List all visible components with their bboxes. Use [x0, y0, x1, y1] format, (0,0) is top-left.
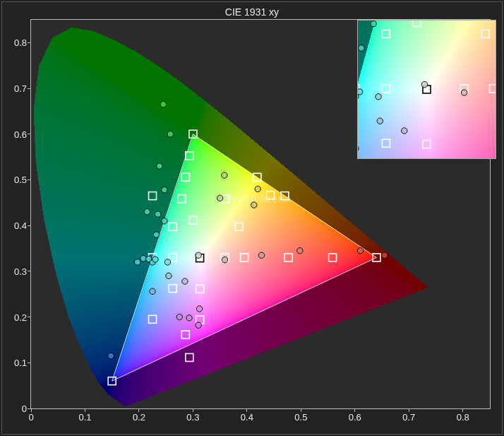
target-marker [267, 192, 275, 199]
measured-marker [140, 256, 146, 261]
measured-marker [222, 257, 227, 263]
target-marker [178, 195, 186, 203]
measured-marker [153, 232, 159, 237]
measured-marker [160, 102, 166, 107]
target-marker [481, 30, 489, 37]
measured-marker [157, 163, 162, 169]
measured-marker [358, 146, 359, 151]
measured-marker [255, 186, 260, 192]
y-tick: 0.1 [14, 358, 27, 368]
x-tick: 0.5 [294, 412, 307, 423]
target-marker [149, 192, 157, 200]
y-tick: 0.5 [14, 175, 27, 185]
inset-zoom [357, 20, 496, 159]
target-marker [241, 254, 248, 261]
target-marker [382, 139, 390, 147]
target-marker [149, 315, 157, 323]
inset-overlay [358, 20, 496, 158]
x-tick: 0.7 [402, 412, 415, 423]
x-tick: 0 [28, 412, 33, 423]
y-tick: 0.7 [14, 83, 27, 94]
measured-marker [155, 211, 161, 217]
y-tick: 0.4 [14, 220, 27, 231]
y-tick: 0.2 [14, 312, 27, 322]
measured-marker [182, 278, 188, 284]
target-marker [196, 285, 204, 293]
measured-marker [251, 202, 257, 208]
measured-marker [162, 187, 167, 193]
x-tick: 0.8 [457, 412, 469, 423]
y-tick: 0 [22, 403, 27, 414]
target-marker [181, 331, 189, 338]
measured-marker [377, 118, 383, 124]
target-marker [382, 30, 390, 37]
x-tick: 0.4 [241, 412, 253, 423]
target-marker [413, 20, 421, 26]
target-marker [329, 254, 337, 261]
measured-marker [222, 172, 227, 178]
measured-marker [196, 252, 201, 258]
measured-marker [166, 273, 172, 278]
target-marker [181, 173, 189, 181]
measured-marker [358, 89, 363, 95]
measured-marker [146, 256, 152, 261]
measured-marker [176, 314, 182, 319]
measured-marker [297, 248, 303, 254]
measured-marker [402, 128, 407, 134]
measured-marker [108, 353, 114, 358]
target-marker [489, 85, 496, 93]
target-marker [186, 353, 193, 361]
measured-marker [152, 257, 158, 262]
measured-marker [144, 209, 150, 215]
target-marker [235, 223, 243, 230]
measured-marker [162, 218, 167, 224]
measured-marker [258, 252, 264, 258]
measured-marker [150, 288, 155, 294]
x-tick: 0.1 [78, 412, 91, 423]
measured-marker [359, 45, 364, 51]
measured-marker [186, 315, 192, 321]
target-marker [423, 141, 431, 148]
measured-marker [196, 322, 201, 328]
measured-marker [134, 259, 140, 265]
measured-marker [164, 259, 170, 265]
measured-marker [461, 90, 467, 95]
measured-marker [371, 20, 376, 26]
measured-marker [357, 248, 363, 254]
chart-frame: CIE 1931 xy Phone Arena 00.10.20.30.40.5… [1, 1, 503, 435]
target-marker [169, 285, 176, 293]
target-marker [169, 223, 176, 230]
measured-marker [217, 195, 222, 201]
measured-marker [196, 306, 202, 312]
y-tick: 0.8 [14, 37, 27, 48]
x-tick: 0.2 [133, 412, 145, 423]
target-marker [189, 216, 197, 224]
chart-title: CIE 1931 xy [2, 6, 502, 18]
y-tick: 0.3 [14, 266, 27, 276]
measured-marker [167, 131, 173, 137]
target-marker [284, 254, 292, 261]
x-tick: 0.3 [186, 412, 199, 423]
measured-marker [382, 252, 388, 258]
y-tick: 0.6 [14, 129, 27, 139]
measured-marker [421, 81, 427, 87]
measured-marker [376, 94, 381, 100]
target-marker [382, 85, 390, 93]
x-tick: 0.6 [349, 412, 361, 423]
